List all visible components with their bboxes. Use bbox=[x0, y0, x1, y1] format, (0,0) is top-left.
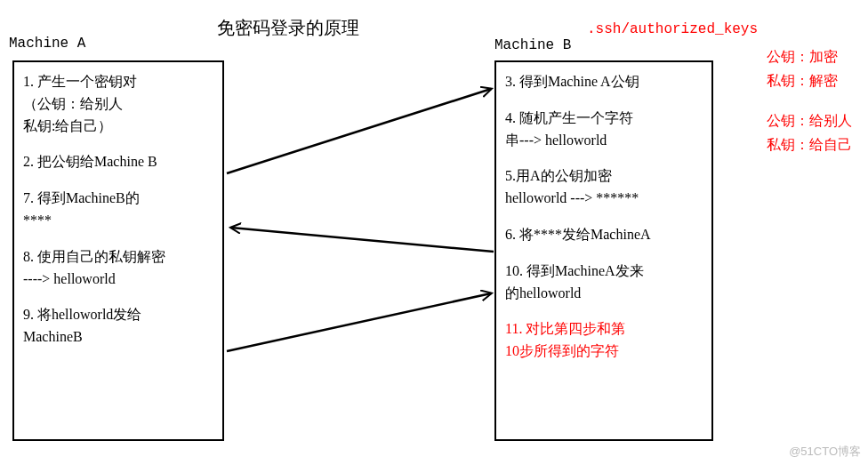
notes-block-2: 公钥：给别人 私钥：给自己 bbox=[767, 108, 852, 156]
arrow-2-to-3 bbox=[227, 89, 491, 173]
step-9: 9. 将helloworld发给 MachineB bbox=[23, 304, 213, 349]
note-privkey-decrypt: 私钥：解密 bbox=[767, 68, 838, 92]
step-6: 6. 将****发给MachineA bbox=[505, 224, 703, 246]
diagram-canvas: { "title": "免密码登录的原理", "machineA_label":… bbox=[0, 0, 868, 465]
authorized-keys-path: .ssh/authorized_keys bbox=[587, 21, 758, 37]
diagram-title: 免密码登录的原理 bbox=[217, 16, 359, 40]
step-1: 1. 产生一个密钥对 （公钥：给别人 私钥:给自己） bbox=[23, 71, 213, 137]
step-4: 4. 随机产生一个字符 串---> helloworld bbox=[505, 108, 703, 152]
watermark: @51CTO博客 bbox=[789, 444, 861, 460]
machine-b-box: 3. 得到Machine A公钥 4. 随机产生一个字符 串---> hello… bbox=[494, 60, 713, 441]
step-3: 3. 得到Machine A公钥 bbox=[505, 71, 703, 93]
step-5: 5.用A的公钥加密 helloworld ---> ****** bbox=[505, 165, 703, 210]
notes-block-1: 公钥：加密 私钥：解密 bbox=[767, 44, 838, 92]
machine-a-box: 1. 产生一个密钥对 （公钥：给别人 私钥:给自己） 2. 把公钥给Machin… bbox=[12, 60, 224, 441]
step-11: 11. 对比第四步和第 10步所得到的字符 bbox=[505, 318, 703, 363]
note-pubkey-encrypt: 公钥：加密 bbox=[767, 44, 838, 68]
arrow-9-to-10 bbox=[227, 293, 491, 351]
note-pubkey-others: 公钥：给别人 bbox=[767, 108, 852, 132]
step-2: 2. 把公钥给Machine B bbox=[23, 151, 213, 173]
note-privkey-self: 私钥：给自己 bbox=[767, 132, 852, 156]
machine-a-label: Machine A bbox=[9, 36, 85, 52]
step-8: 8. 使用自己的私钥解密 ----> helloworld bbox=[23, 246, 213, 291]
step-7: 7. 得到MachineB的 **** bbox=[23, 188, 213, 232]
arrow-6-to-7 bbox=[231, 228, 494, 252]
step-10: 10. 得到MachineA发来 的helloworld bbox=[505, 261, 703, 305]
machine-b-label: Machine B bbox=[494, 37, 571, 53]
